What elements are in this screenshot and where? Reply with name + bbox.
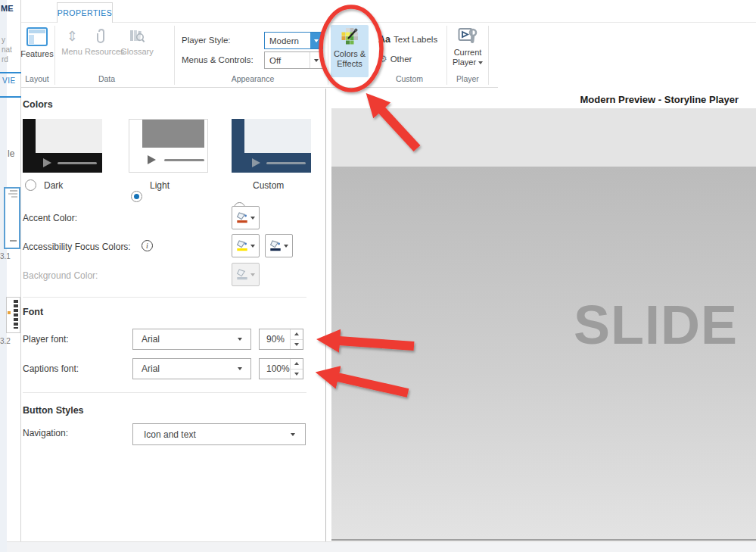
ribbon-separator bbox=[174, 26, 175, 85]
player-style-dropdown[interactable]: Modern bbox=[264, 32, 323, 49]
arrow-up-icon bbox=[294, 362, 299, 365]
features-button[interactable]: Features bbox=[20, 25, 54, 72]
radio-dark-label: Dark bbox=[44, 180, 63, 191]
background-color-label: Background Color: bbox=[23, 270, 98, 281]
spinner-down-button[interactable] bbox=[291, 340, 303, 350]
info-icon[interactable]: i bbox=[142, 240, 153, 251]
dialog-footer-strip bbox=[7, 541, 756, 552]
menu-icon: ⇕ bbox=[59, 25, 85, 47]
section-divider bbox=[23, 297, 306, 298]
background-blue-divider bbox=[0, 96, 21, 98]
dropdown-open-button[interactable] bbox=[310, 52, 322, 68]
group-label-player: Player bbox=[451, 74, 484, 83]
player-font-size-spinner[interactable]: 90% bbox=[259, 329, 303, 350]
chevron-down-icon bbox=[238, 338, 242, 341]
spinner-up-button[interactable] bbox=[291, 359, 303, 370]
player-font-size-value: 90% bbox=[260, 329, 290, 349]
player-font-dropdown[interactable]: Arial bbox=[132, 329, 251, 350]
ribbon-separator bbox=[54, 26, 55, 85]
radio-light-label: Light bbox=[150, 180, 170, 191]
preview-bottom-border bbox=[331, 539, 756, 541]
menu-label: Menu bbox=[59, 47, 85, 56]
background-text-fragment: le bbox=[8, 148, 14, 159]
colors-effects-icon bbox=[331, 25, 369, 46]
glossary-label: Glossary bbox=[120, 47, 154, 56]
captions-font-value: Arial bbox=[133, 363, 238, 374]
tab-strip-underline bbox=[21, 22, 756, 23]
chevron-down-icon bbox=[238, 367, 242, 370]
group-label-custom: Custom bbox=[372, 74, 446, 83]
radio-dark[interactable] bbox=[25, 179, 36, 191]
focus-color-button-2[interactable] bbox=[265, 234, 293, 257]
spinner-down-button[interactable] bbox=[291, 370, 303, 379]
preview-player-top-bar bbox=[331, 108, 756, 167]
glossary-button: Glossary bbox=[120, 25, 154, 72]
slide-number-label: 3.2 bbox=[0, 337, 11, 345]
colors-effects-button[interactable]: Colors & Effects bbox=[331, 25, 369, 77]
section-divider bbox=[23, 392, 306, 393]
play-icon bbox=[148, 155, 156, 164]
current-player-icon bbox=[451, 25, 484, 48]
group-label-appearance: Appearance bbox=[182, 74, 324, 83]
other-button[interactable]: ⚙ Other bbox=[378, 53, 412, 65]
navigation-dropdown[interactable]: Icon and text bbox=[132, 423, 306, 445]
chevron-down-icon bbox=[478, 61, 483, 64]
ribbon-separator bbox=[446, 26, 447, 85]
ribbon-bottom-border bbox=[21, 87, 498, 88]
theme-thumbnail-custom[interactable] bbox=[232, 119, 311, 173]
radio-custom-label: Custom bbox=[253, 180, 284, 191]
text-labels-label: Text Labels bbox=[394, 35, 437, 44]
text-labels-button[interactable]: Aa Text Labels bbox=[378, 33, 437, 45]
radio-light[interactable] bbox=[131, 191, 142, 202]
dropdown-open-button[interactable] bbox=[310, 33, 322, 48]
paint-bucket-icon bbox=[236, 212, 248, 223]
chevron-down-icon bbox=[250, 217, 255, 220]
chevron-down-icon bbox=[291, 433, 295, 436]
menus-controls-dropdown[interactable]: Off bbox=[264, 51, 323, 69]
captions-font-dropdown[interactable]: Arial bbox=[132, 358, 251, 379]
resources-label: Resources bbox=[85, 47, 118, 56]
chevron-down-icon bbox=[250, 245, 255, 248]
focus-color-button-1[interactable] bbox=[232, 234, 260, 257]
theme-thumbnail-light[interactable] bbox=[129, 119, 208, 173]
background-color-button bbox=[232, 263, 260, 286]
accent-color-button[interactable] bbox=[232, 206, 260, 229]
background-view-tab-fragment: VIE bbox=[2, 76, 16, 85]
background-text-fragment: nat bbox=[2, 45, 12, 54]
accessibility-focus-label: Accessibility Focus Colors: bbox=[23, 242, 131, 252]
current-player-button[interactable]: Current Player bbox=[451, 25, 484, 77]
background-text-fragment: rd bbox=[2, 55, 8, 64]
captions-font-size-spinner[interactable]: 100% bbox=[259, 358, 303, 379]
tab-properties[interactable]: PROPERTIES bbox=[57, 2, 113, 23]
group-label-data: Data bbox=[59, 74, 154, 83]
button-styles-heading: Button Styles bbox=[23, 405, 84, 416]
features-label: Features bbox=[20, 49, 54, 58]
play-icon bbox=[43, 158, 51, 167]
paperclip-icon bbox=[85, 25, 118, 47]
seekbar bbox=[164, 159, 204, 162]
gear-icon: ⚙ bbox=[378, 54, 387, 64]
text-labels-icon: Aa bbox=[378, 34, 390, 45]
spinner-up-button[interactable] bbox=[291, 329, 303, 340]
menus-controls-value: Off bbox=[265, 56, 310, 65]
chevron-down-icon bbox=[284, 245, 288, 248]
slide-number-label: 3.1 bbox=[0, 252, 11, 260]
slide-thumbnail-selected bbox=[4, 187, 20, 249]
colors-effects-label-line1: Colors & bbox=[331, 49, 369, 59]
paint-bucket-icon bbox=[236, 240, 248, 251]
theme-content bbox=[142, 120, 204, 148]
paint-bucket-icon bbox=[269, 240, 282, 251]
resources-button: Resources bbox=[85, 25, 118, 72]
slide-thumbnail bbox=[6, 297, 20, 333]
background-tab-fragment: ME bbox=[1, 4, 14, 13]
arrow-up-icon bbox=[294, 332, 299, 335]
background-text-fragment: y bbox=[2, 36, 5, 44]
menus-controls-label: Menus & Controls: bbox=[182, 55, 254, 64]
chevron-down-icon bbox=[250, 273, 255, 276]
glossary-icon bbox=[120, 25, 154, 47]
player-style-value: Modern bbox=[265, 36, 310, 45]
ribbon-separator bbox=[328, 26, 328, 85]
theme-thumbnail-dark[interactable] bbox=[23, 119, 102, 173]
player-style-label: Player Style: bbox=[182, 36, 231, 45]
font-section-heading: Font bbox=[23, 307, 43, 317]
